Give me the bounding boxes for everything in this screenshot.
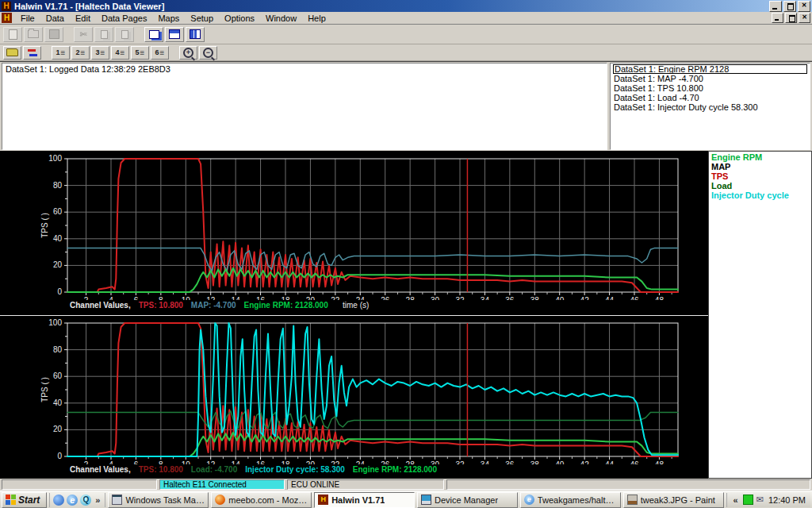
chart-1[interactable]: 0204060801002468101214161820222426283032… bbox=[0, 152, 708, 314]
status-filler-panel bbox=[446, 479, 810, 490]
mdi-close-button[interactable] bbox=[799, 13, 810, 23]
task-button[interactable]: Device Manager bbox=[417, 492, 518, 508]
start-button[interactable]: Start bbox=[2, 492, 47, 508]
devmgr-icon bbox=[421, 495, 431, 505]
menu-data-pages[interactable]: Data Pages bbox=[96, 13, 152, 24]
legend-item[interactable]: Injector Duty cycle bbox=[711, 190, 809, 200]
open-log-button[interactable] bbox=[3, 46, 21, 60]
svg-text:30: 30 bbox=[431, 460, 440, 464]
svg-text:44: 44 bbox=[605, 296, 615, 300]
halwin-icon bbox=[318, 495, 328, 505]
svg-text:28: 28 bbox=[406, 296, 416, 300]
view-6-button[interactable]: 6≡ bbox=[151, 46, 169, 60]
menu-maps[interactable]: Maps bbox=[152, 13, 185, 24]
clock: 12:40 PM bbox=[767, 495, 806, 505]
open-log-icon bbox=[6, 48, 18, 56]
svg-text:0: 0 bbox=[57, 287, 62, 296]
list-icon: ≡ bbox=[121, 48, 125, 57]
dataset-value-line[interactable]: DataSet 1: MAP -4.700 bbox=[613, 74, 807, 83]
quick-launch-icon-1[interactable] bbox=[53, 495, 64, 506]
tile-vertical-icon bbox=[190, 29, 201, 39]
mail-tray-icon[interactable] bbox=[756, 495, 764, 505]
svg-text:16: 16 bbox=[256, 296, 266, 300]
close-button[interactable] bbox=[798, 1, 810, 12]
status-empty-panel bbox=[2, 479, 157, 490]
new-button[interactable] bbox=[3, 27, 22, 42]
zoom-out-button[interactable]: − bbox=[199, 46, 217, 60]
svg-text:40: 40 bbox=[53, 398, 63, 407]
dataset-info-text: DataSet 1: Logged Data 12:38:29 2EB8D3 bbox=[5, 64, 604, 74]
channel-value: Load: -4.700 bbox=[191, 465, 237, 474]
svg-text:10: 10 bbox=[182, 296, 191, 300]
dataset-value-line[interactable]: DataSet 1: Load -4.70 bbox=[613, 93, 807, 102]
legend-item[interactable]: TPS bbox=[711, 171, 809, 181]
svg-text:20: 20 bbox=[53, 425, 63, 433]
tray-collapse-icon[interactable]: « bbox=[732, 495, 740, 505]
tray-green-status-icon[interactable] bbox=[743, 495, 753, 505]
task-button[interactable]: meebo.com - Mozilla Fire... bbox=[211, 492, 312, 508]
menu-file[interactable]: File bbox=[15, 13, 40, 24]
firefox-icon bbox=[215, 495, 225, 505]
svg-text:22: 22 bbox=[331, 296, 340, 300]
view-1-button[interactable]: 1≡ bbox=[52, 46, 70, 60]
svg-text:4: 4 bbox=[109, 460, 113, 464]
mdi-child-icon[interactable] bbox=[2, 13, 12, 23]
channel-setup-button[interactable] bbox=[23, 46, 41, 60]
mdi-restore-button[interactable] bbox=[785, 13, 797, 23]
view-3-button[interactable]: 3≡ bbox=[91, 46, 109, 60]
quick-launch-expand-icon[interactable]: » bbox=[94, 495, 102, 505]
view-5-button[interactable]: 5≡ bbox=[131, 46, 149, 60]
dataset-value-line[interactable]: DataSet 1: TPS 10.800 bbox=[613, 83, 807, 93]
svg-text:20: 20 bbox=[53, 260, 63, 269]
quicktime-icon[interactable] bbox=[80, 495, 91, 506]
legend-item[interactable]: Engine RPM bbox=[711, 152, 809, 162]
channel-value: MAP: -4.700 bbox=[191, 301, 236, 310]
start-label: Start bbox=[18, 495, 40, 506]
channel-value: TPS: 10.800 bbox=[139, 465, 183, 474]
cascade-windows-button[interactable] bbox=[144, 27, 163, 42]
zoom-in-button[interactable]: + bbox=[179, 46, 197, 60]
menu-help[interactable]: Help bbox=[302, 13, 331, 24]
chart-region[interactable]: 0204060801002468101214161820222426283032… bbox=[0, 151, 708, 479]
paint-icon bbox=[627, 495, 638, 505]
chart-2[interactable]: 0204060801002468101214161820222426283032… bbox=[0, 317, 708, 479]
tile-vertical-button[interactable] bbox=[186, 27, 205, 42]
quick-launch: » bbox=[49, 493, 105, 507]
internet-explorer-icon[interactable] bbox=[67, 495, 78, 506]
view-2-button[interactable]: 2≡ bbox=[71, 46, 90, 60]
menu-window[interactable]: Window bbox=[260, 13, 302, 24]
tile-horizontal-button[interactable] bbox=[165, 27, 184, 42]
svg-text:8: 8 bbox=[159, 296, 163, 300]
restore-button[interactable] bbox=[783, 1, 796, 12]
legend-item[interactable]: MAP bbox=[711, 162, 809, 171]
legend-item[interactable]: Load bbox=[711, 181, 809, 190]
minimize-button[interactable] bbox=[769, 1, 782, 12]
svg-text:48: 48 bbox=[655, 460, 665, 464]
paste-button[interactable] bbox=[115, 27, 134, 42]
new-document-icon bbox=[9, 29, 17, 40]
view-4-button[interactable]: 4≡ bbox=[111, 46, 129, 60]
svg-text:36: 36 bbox=[505, 296, 515, 300]
cut-button[interactable]: ✄ bbox=[74, 27, 93, 42]
mdi-minimize-button[interactable] bbox=[772, 13, 783, 23]
save-icon bbox=[49, 29, 59, 39]
svg-text:4: 4 bbox=[109, 296, 113, 300]
copy-button[interactable] bbox=[94, 27, 113, 42]
svg-text:28: 28 bbox=[406, 460, 416, 464]
svg-text:40: 40 bbox=[555, 296, 565, 300]
task-button[interactable]: Tweakgames/haltech - P... bbox=[520, 492, 621, 508]
menu-setup[interactable]: Setup bbox=[185, 13, 219, 24]
dataset-value-line[interactable]: DataSet 1: Engine RPM 2128 bbox=[613, 64, 807, 74]
channel-value: TPS: 10.800 bbox=[139, 301, 183, 310]
dataset-value-line[interactable]: DataSet 1: Injector Duty cycle 58.300 bbox=[613, 102, 807, 112]
task-button[interactable]: Windows Task Manager bbox=[108, 492, 209, 508]
svg-text:60: 60 bbox=[53, 371, 63, 380]
menu-options[interactable]: Options bbox=[219, 13, 260, 24]
menu-edit[interactable]: Edit bbox=[70, 13, 96, 24]
task-button[interactable]: Halwin V1.71 bbox=[314, 492, 415, 508]
list-icon: ≡ bbox=[160, 48, 165, 57]
task-button[interactable]: tweak3.JPG - Paint bbox=[623, 492, 724, 508]
save-button[interactable] bbox=[44, 27, 63, 42]
open-button[interactable] bbox=[24, 27, 43, 42]
menu-data[interactable]: Data bbox=[40, 13, 70, 24]
